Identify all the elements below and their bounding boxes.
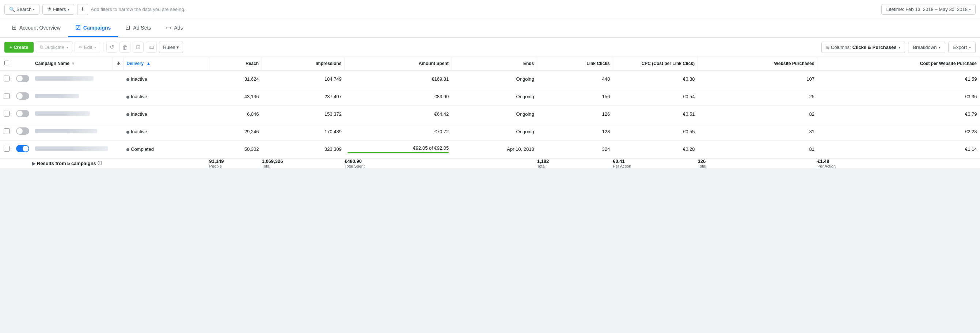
summary-cpc-sub: Per Action [613,164,698,168]
row-4-ends: Apr 10, 2018 [452,141,537,159]
row-1-toggle[interactable] [16,92,29,100]
delete-button[interactable]: 🗑 [119,42,130,52]
delivery-dot [126,113,129,116]
th-cost-per-website-purchase[interactable]: Cost per Website Purchase [818,57,980,70]
filters-label: Filters [53,6,66,12]
th-delivery[interactable]: Delivery ▲ [124,57,209,70]
row-3-toggle[interactable] [16,127,29,135]
filter-bar: 🔍 Search ▾ ⚗ Filters ▾ + Add filters to … [0,0,980,19]
row-2-checkbox[interactable] [4,111,10,116]
amount-text: €64.42 [434,111,449,117]
row-2-link-clicks: 126 [537,106,613,123]
summary-website-purchases-cell: 326 Total [698,158,818,168]
row-3-campaign-name[interactable] [32,123,113,141]
preview-icon: ⊡ [136,44,141,51]
columns-icon: ⊞ [826,45,829,50]
date-range-button[interactable]: Lifetime: Feb 13, 2018 – May 30, 2018 ▾ [881,4,975,14]
row-1-campaign-name[interactable] [32,88,113,106]
preview-button[interactable]: ⊡ [133,42,143,52]
plus-icon: + [80,5,84,13]
export-button[interactable]: Export ▾ [948,42,975,53]
refresh-icon: ↺ [110,44,115,51]
row-0-toggle[interactable] [16,75,29,82]
duplicate-button[interactable]: ⧉ Duplicate ▾ [36,41,72,53]
delivery-sort-icon: ▲ [146,61,151,66]
export-caret-icon: ▾ [969,45,971,49]
th-amount-spent[interactable]: Amount Spent [345,57,452,70]
summary-amount-spent: €480.90 [345,159,452,164]
campaign-name-sort-icon: ▾ [72,61,74,66]
row-3-checkbox[interactable] [4,128,10,134]
row-4-checkbox[interactable] [4,146,10,152]
row-4-warning-cell [113,141,124,159]
select-all-checkbox[interactable] [5,60,9,65]
th-campaign-name[interactable]: Campaign Name ▾ [32,57,113,70]
filters-button[interactable]: ⚗ Filters ▾ [42,4,74,14]
row-2-campaign-name[interactable] [32,106,113,123]
rules-label: Rules ▾ [163,44,179,50]
th-link-clicks[interactable]: Link Clicks [537,57,613,70]
summary-impressions-sub: Total [262,164,345,168]
row-4-campaign-name[interactable] [32,141,113,159]
breakdown-button[interactable]: Breakdown ▾ [908,42,945,53]
check-icon: ☑ [75,24,80,31]
tab-ad-sets[interactable]: ⊡ Ad Sets [118,19,158,37]
tab-account-overview[interactable]: ⊞ Account Overview [5,19,68,37]
row-4-checkbox-cell [0,141,13,159]
th-reach[interactable]: Reach [209,57,262,70]
row-3-cost-per-website-purchase: €2.28 [818,123,980,141]
add-filter-button[interactable]: + [77,4,88,15]
amount-text: €169.81 [431,76,449,82]
row-1-link-clicks: 156 [537,88,613,106]
create-button[interactable]: + Create [5,42,33,52]
duplicate-icon: ⧉ [40,44,43,50]
trash-icon: 🗑 [123,44,128,51]
row-2-toggle[interactable] [16,110,29,117]
summary-ends-cell [452,158,537,168]
row-4-impressions: 323,309 [262,141,345,159]
th-ends[interactable]: Ends [452,57,537,70]
campaigns-table: Campaign Name ▾ ⚠ Delivery ▲ Reach Impre… [0,57,980,168]
delivery-dot [126,96,129,98]
row-0-reach: 31,624 [209,70,262,88]
row-1-reach: 43,136 [209,88,262,106]
blurred-campaign-name [35,76,94,81]
summary-cost-per-website-purchase-sub: Per Action [818,164,980,168]
row-2-checkbox-cell [0,106,13,123]
th-warning: ⚠ [113,57,124,70]
rules-button[interactable]: Rules ▾ [159,42,183,53]
row-2-amount-spent: €64.42 [345,106,452,123]
summary-info-icon: ⓘ [97,160,102,166]
table-row: Inactive6,046153,372€64.42Ongoing126€0.5… [0,106,980,123]
row-1-checkbox[interactable] [4,93,10,99]
th-impressions[interactable]: Impressions [262,57,345,70]
blurred-campaign-name [35,111,90,116]
summary-checkbox-cell [0,158,13,168]
row-0-checkbox[interactable] [4,76,10,81]
row-1-warning-cell [113,88,124,106]
tag-button[interactable]: 🏷 [146,42,157,52]
search-chevron-icon: ▾ [33,7,35,11]
th-checkbox [0,57,13,70]
progress-bar-wrap [347,152,449,153]
refresh-button[interactable]: ↺ [106,42,117,52]
row-0-impressions: 184,749 [262,70,345,88]
summary-website-purchases: 326 [698,159,818,164]
row-0-checkbox-cell [0,70,13,88]
tab-campaigns[interactable]: ☑ Campaigns [68,19,118,37]
row-4-toggle[interactable] [16,145,29,152]
columns-button[interactable]: ⊞ Columns: Clicks & Purchases ▾ [821,42,905,53]
row-0-campaign-name[interactable] [32,70,113,88]
tab-ads[interactable]: ▭ Ads [158,19,190,37]
delivery-dot [126,148,129,151]
th-cpc[interactable]: CPC (Cost per Link Click) [613,57,698,70]
tab-ad-sets-label: Ad Sets [133,25,151,31]
table-row: Completed50,302323,309€92.05 of €92.05Ap… [0,141,980,159]
grid-icon: ⊞ [12,24,16,31]
edit-button[interactable]: ✏ Edit ▾ [75,42,100,53]
summary-link-clicks-cell: 1,182 Total [537,158,613,168]
th-website-purchases[interactable]: Website Purchases [698,57,818,70]
breakdown-label: Breakdown [913,44,937,50]
summary-website-purchases-sub: Total [698,164,818,168]
search-button[interactable]: 🔍 Search ▾ [5,4,40,14]
